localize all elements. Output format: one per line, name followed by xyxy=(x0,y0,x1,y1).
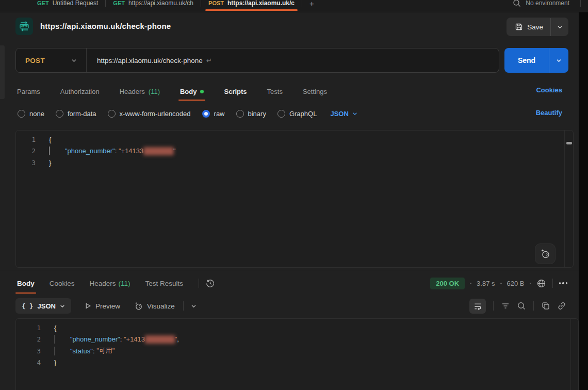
request-tab-3-active[interactable]: POST https://api.xiaomu.uk/c xyxy=(201,0,302,11)
postbot-button[interactable] xyxy=(535,243,556,264)
search-in-body-icon[interactable] xyxy=(517,301,526,311)
cookies-link[interactable]: Cookies xyxy=(536,86,562,94)
option-label: x-www-form-urlencoded xyxy=(120,110,191,118)
json-value: "+14133 xyxy=(119,147,143,155)
code-token: } xyxy=(54,359,56,366)
save-options-button[interactable] xyxy=(551,18,568,36)
divider xyxy=(199,279,199,288)
collapsed-sidebar-edge[interactable] xyxy=(0,45,5,99)
button-label: Preview xyxy=(95,302,120,310)
view-options-chevron[interactable] xyxy=(191,304,197,308)
response-tab-body-active[interactable]: Body xyxy=(15,273,36,293)
more-options-button[interactable] xyxy=(559,282,568,284)
radio-icon xyxy=(18,110,25,118)
body-type-urlencoded[interactable]: x-www-form-urlencoded xyxy=(108,110,191,118)
url-bar: POST https://api.xiaomu.uk/check-phone ↵ xyxy=(15,48,499,73)
radio-icon xyxy=(277,110,285,118)
method-label: POST xyxy=(25,57,45,64)
tab-tests[interactable]: Tests xyxy=(266,83,284,100)
response-history-button[interactable] xyxy=(205,279,215,288)
request-body-editor[interactable]: 1 { 2 "phone_number": "+14133███████" 3 … xyxy=(15,130,574,268)
request-tab-2[interactable]: GET https://api.xiaomu.uk/ch xyxy=(106,0,201,11)
network-globe-icon[interactable] xyxy=(536,279,546,288)
response-time: 3.87 s xyxy=(477,280,495,287)
json-key: "phone_number" xyxy=(70,335,120,343)
beautify-link[interactable]: Beautify xyxy=(536,109,562,117)
tab-headers[interactable]: Headers(11) xyxy=(118,83,161,100)
request-tab-1[interactable]: GET Untitled Request xyxy=(30,0,105,11)
raw-format-dropdown[interactable]: JSON xyxy=(330,110,357,118)
filter-icon[interactable] xyxy=(501,301,510,311)
code-line: 1 { xyxy=(16,322,578,334)
json-value: "可用" xyxy=(96,346,115,355)
scrollbar-thumb[interactable] xyxy=(566,142,572,144)
code-line: 3 "status": "可用" xyxy=(16,345,578,357)
response-body-viewer[interactable]: 1 { 2 "phone_number": "+1413███████", 3 … xyxy=(15,318,579,390)
tab-label: Tests xyxy=(267,88,283,95)
copy-icon[interactable] xyxy=(541,301,550,311)
line-number: 2 xyxy=(16,147,36,155)
chevron-down-icon xyxy=(352,112,357,116)
tab-settings[interactable]: Settings xyxy=(301,83,329,100)
tab-label: Body xyxy=(180,88,197,95)
tab-scripts[interactable]: Scripts xyxy=(222,83,248,100)
active-tab-underline xyxy=(15,293,36,294)
link-icon[interactable] xyxy=(557,301,566,311)
save-button[interactable]: Save xyxy=(507,18,550,36)
redacted-value: ███████ xyxy=(145,335,174,343)
response-tab-test-results[interactable]: Test Results xyxy=(144,273,185,293)
send-options-button[interactable] xyxy=(549,59,568,62)
divider xyxy=(493,301,494,311)
body-type-graphql[interactable]: GraphQL xyxy=(277,110,317,118)
response-format-dropdown[interactable]: { } JSON xyxy=(15,298,71,314)
option-label: form-data xyxy=(68,110,96,118)
tab-label: Untitled Request xyxy=(53,0,99,7)
method-badge-get: GET xyxy=(113,0,125,6)
code-line: 3 } xyxy=(16,157,573,169)
send-button[interactable]: Send xyxy=(504,56,549,64)
wrap-text-button[interactable] xyxy=(469,299,486,314)
code-token: { xyxy=(49,136,51,143)
request-panel: HTTP https://api.xiaomu.uk/check-phone S… xyxy=(0,12,579,390)
dot-separator xyxy=(470,283,471,284)
api-client-window: GET Untitled Request GET https://api.xia… xyxy=(0,0,588,390)
dot-separator xyxy=(500,283,502,284)
body-type-form-data[interactable]: form-data xyxy=(56,110,96,118)
divider xyxy=(580,0,581,7)
environment-selector[interactable]: No environment xyxy=(513,0,588,7)
response-tab-headers[interactable]: Headers(11) xyxy=(88,273,132,293)
active-tab-underline xyxy=(178,100,206,101)
response-status-cluster: 200 OK 3.87 s 620 B xyxy=(430,273,567,293)
line-number: 2 xyxy=(16,335,41,343)
search-icon xyxy=(513,0,521,7)
tab-label: Scripts xyxy=(224,88,247,95)
indent-guide xyxy=(54,335,70,344)
body-type-binary[interactable]: binary xyxy=(236,110,266,118)
method-dropdown[interactable]: POST xyxy=(16,57,86,64)
body-type-none[interactable]: none xyxy=(18,110,44,118)
body-type-raw-selected[interactable]: raw xyxy=(202,110,225,118)
preview-button[interactable]: Preview xyxy=(85,302,120,310)
line-number: 1 xyxy=(16,136,36,143)
format-label: JSON xyxy=(38,302,56,310)
status-badge: 200 OK xyxy=(430,278,465,289)
tab-body-active[interactable]: Body xyxy=(178,83,206,100)
option-label: GraphQL xyxy=(289,110,317,118)
save-split-button: Save xyxy=(507,18,568,36)
json-key: "phone_number" xyxy=(65,147,115,155)
tab-authorization[interactable]: Authorization xyxy=(59,83,101,100)
active-tab-underline xyxy=(205,9,298,11)
json-value: " xyxy=(173,147,176,155)
visualize-button[interactable]: Visualize xyxy=(134,301,175,311)
tab-separator xyxy=(302,0,302,7)
code-token: { xyxy=(54,324,56,332)
option-label: binary xyxy=(248,110,266,118)
tab-params[interactable]: Params xyxy=(15,83,42,100)
response-tab-cookies[interactable]: Cookies xyxy=(48,273,76,293)
response-size: 620 B xyxy=(507,280,525,287)
tab-label: Params xyxy=(17,88,40,95)
dot-separator xyxy=(530,283,531,284)
chevron-down-icon xyxy=(60,304,65,308)
new-tab-button[interactable]: + xyxy=(304,0,319,8)
url-input[interactable]: https://api.xiaomu.uk/check-phone ↵ xyxy=(87,57,212,64)
